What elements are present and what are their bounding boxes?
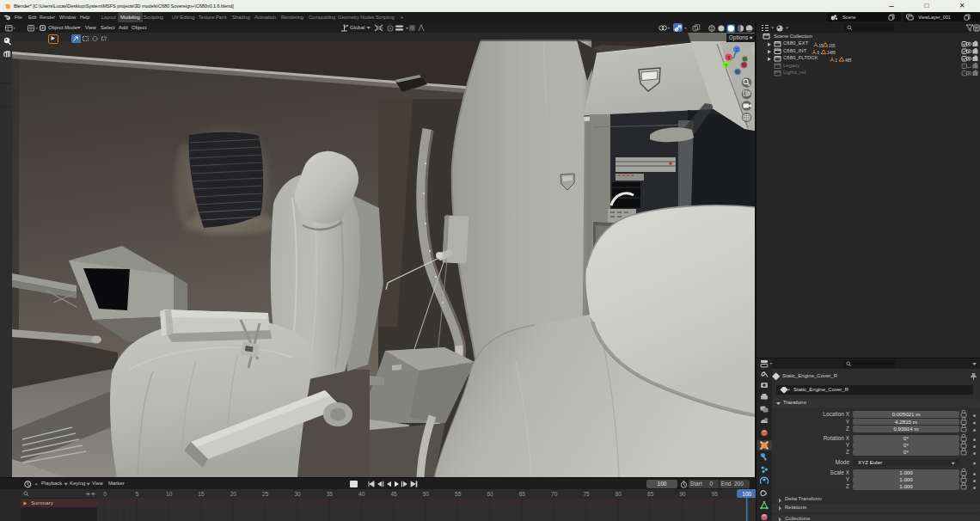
svg-text:60: 60: [487, 491, 493, 497]
svg-text:45: 45: [390, 491, 397, 497]
svg-text:Y: Y: [725, 63, 728, 68]
svg-text:75: 75: [583, 491, 590, 497]
svg-text:70: 70: [551, 491, 558, 497]
svg-text:85: 85: [647, 491, 654, 497]
svg-text:485: 485: [845, 58, 852, 63]
svg-text:50: 50: [423, 491, 430, 497]
svg-text:55: 55: [455, 491, 462, 497]
svg-text:80: 80: [616, 491, 622, 497]
svg-text:30: 30: [294, 491, 301, 497]
svg-text:165: 165: [829, 44, 836, 48]
svg-text:6: 6: [818, 51, 820, 55]
svg-text:0: 0: [103, 491, 107, 497]
svg-text:95: 95: [712, 491, 719, 497]
svg-text:1485: 1485: [827, 51, 836, 55]
svg-text:2: 2: [836, 58, 838, 63]
svg-text:35: 35: [327, 491, 334, 497]
svg-text:5: 5: [135, 491, 138, 497]
svg-text:25: 25: [262, 491, 269, 497]
svg-text:100: 100: [742, 491, 751, 497]
svg-text:15: 15: [819, 44, 824, 48]
svg-text:15: 15: [198, 491, 205, 497]
svg-text:10: 10: [166, 491, 173, 497]
svg-text:90: 90: [679, 491, 686, 497]
svg-text:65: 65: [519, 491, 526, 497]
svg-text:40: 40: [358, 491, 365, 497]
svg-text:20: 20: [230, 491, 237, 497]
svg-text:X: X: [727, 55, 731, 60]
